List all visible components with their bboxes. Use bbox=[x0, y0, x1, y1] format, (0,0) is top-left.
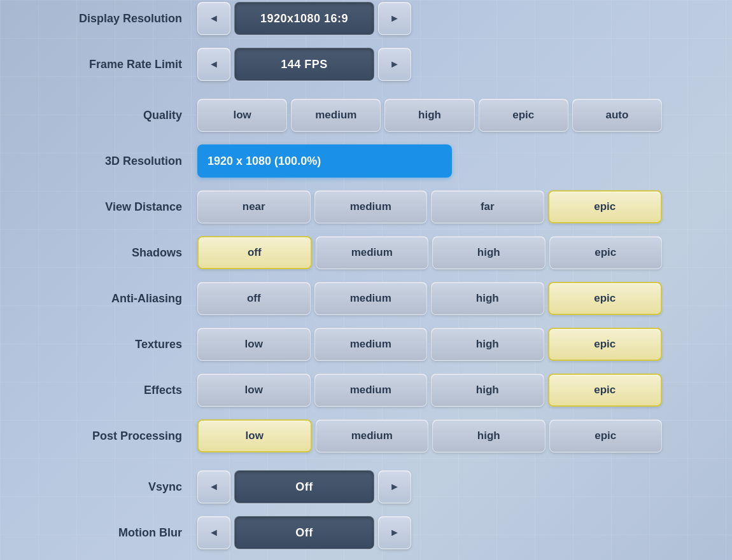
frame-rate-right[interactable]: ► bbox=[378, 48, 411, 81]
view-distance-far[interactable]: far bbox=[431, 190, 544, 223]
vsync-right[interactable]: ► bbox=[378, 470, 411, 503]
view-distance-near[interactable]: near bbox=[197, 190, 311, 223]
post-processing-label: Post Processing bbox=[70, 430, 197, 443]
textures-medium[interactable]: medium bbox=[314, 328, 428, 361]
frame-rate-left[interactable]: ◄ bbox=[197, 48, 230, 81]
frame-rate-label: Frame Rate Limit bbox=[70, 58, 197, 71]
vsync-controls: ◄ Off ► bbox=[197, 470, 662, 503]
display-resolution-controls: ◄ 1920x1080 16:9 ► bbox=[197, 2, 662, 35]
view-distance-row: View Distance near medium far epic bbox=[70, 188, 662, 225]
3d-resolution-controls: 1920 x 1080 (100.0%) bbox=[197, 144, 662, 178]
quality-auto[interactable]: auto bbox=[572, 99, 662, 132]
frame-rate-controls: ◄ 144 FPS ► bbox=[197, 48, 662, 81]
effects-row: Effects low medium high epic bbox=[70, 372, 662, 409]
anti-aliasing-label: Anti-Aliasing bbox=[70, 292, 197, 305]
motion-blur-right[interactable]: ► bbox=[378, 516, 411, 549]
shadows-epic[interactable]: epic bbox=[549, 236, 663, 269]
vsync-label: Vsync bbox=[70, 480, 197, 494]
display-resolution-row: Display Resolution ◄ 1920x1080 16:9 ► bbox=[70, 0, 662, 37]
quality-high[interactable]: high bbox=[384, 99, 474, 132]
motion-blur-label: Motion Blur bbox=[70, 526, 197, 540]
effects-low[interactable]: low bbox=[197, 374, 311, 407]
quality-epic[interactable]: epic bbox=[479, 99, 568, 132]
textures-high[interactable]: high bbox=[431, 328, 544, 361]
shadows-off[interactable]: off bbox=[197, 236, 312, 269]
motion-blur-row: Motion Blur ◄ Off ► bbox=[70, 514, 662, 551]
effects-medium[interactable]: medium bbox=[314, 374, 428, 407]
effects-epic[interactable]: epic bbox=[548, 374, 663, 407]
effects-controls: low medium high epic bbox=[197, 374, 662, 407]
anti-aliasing-medium[interactable]: medium bbox=[314, 282, 428, 315]
frame-rate-value: 144 FPS bbox=[234, 48, 374, 81]
vsync-left[interactable]: ◄ bbox=[197, 470, 230, 503]
post-processing-medium[interactable]: medium bbox=[316, 419, 429, 452]
post-processing-row: Post Processing low medium high epic bbox=[70, 417, 662, 454]
anti-aliasing-off[interactable]: off bbox=[197, 282, 311, 315]
display-resolution-value: 1920x1080 16:9 bbox=[234, 2, 374, 35]
quality-label: Quality bbox=[70, 109, 197, 122]
view-distance-epic[interactable]: epic bbox=[548, 190, 663, 223]
shadows-high[interactable]: high bbox=[432, 236, 545, 269]
display-resolution-left[interactable]: ◄ bbox=[197, 2, 230, 35]
quality-controls: low medium high epic auto bbox=[197, 99, 662, 132]
post-processing-high[interactable]: high bbox=[432, 419, 545, 452]
anti-aliasing-high[interactable]: high bbox=[431, 282, 544, 315]
view-distance-controls: near medium far epic bbox=[197, 190, 662, 223]
3d-resolution-row: 3D Resolution 1920 x 1080 (100.0%) bbox=[70, 143, 662, 179]
settings-panel: Window Mode ◄ Fullscreen ► Display Resol… bbox=[32, 0, 700, 560]
quality-low[interactable]: low bbox=[197, 99, 287, 132]
anti-aliasing-row: Anti-Aliasing off medium high epic bbox=[70, 280, 662, 317]
vsync-row: Vsync ◄ Off ► bbox=[70, 468, 662, 505]
quality-row: Quality low medium high epic auto bbox=[70, 97, 662, 134]
post-processing-low[interactable]: low bbox=[197, 419, 312, 452]
motion-blur-value: Off bbox=[234, 516, 374, 549]
effects-high[interactable]: high bbox=[431, 374, 544, 407]
textures-low[interactable]: low bbox=[197, 328, 311, 361]
shadows-medium[interactable]: medium bbox=[316, 236, 429, 269]
view-distance-label: View Distance bbox=[70, 200, 197, 214]
post-processing-epic[interactable]: epic bbox=[549, 419, 663, 452]
frame-rate-row: Frame Rate Limit ◄ 144 FPS ► bbox=[70, 46, 662, 83]
3d-resolution-bar: 1920 x 1080 (100.0%) bbox=[197, 144, 452, 178]
post-processing-controls: low medium high epic bbox=[197, 419, 662, 452]
anti-aliasing-controls: off medium high epic bbox=[197, 282, 662, 315]
motion-blur-left[interactable]: ◄ bbox=[197, 516, 230, 549]
shadows-row: Shadows off medium high epic bbox=[70, 234, 662, 271]
textures-controls: low medium high epic bbox=[197, 328, 662, 361]
textures-row: Textures low medium high epic bbox=[70, 326, 662, 363]
quality-medium[interactable]: medium bbox=[291, 99, 381, 132]
textures-epic[interactable]: epic bbox=[548, 328, 663, 361]
motion-blur-controls: ◄ Off ► bbox=[197, 516, 662, 549]
display-resolution-right[interactable]: ► bbox=[378, 2, 411, 35]
display-resolution-label: Display Resolution bbox=[70, 12, 197, 25]
vsync-value: Off bbox=[234, 470, 374, 503]
shadows-label: Shadows bbox=[70, 246, 197, 260]
shadows-controls: off medium high epic bbox=[197, 236, 662, 269]
view-distance-medium[interactable]: medium bbox=[314, 190, 428, 223]
anti-aliasing-epic[interactable]: epic bbox=[548, 282, 663, 315]
3d-resolution-label: 3D Resolution bbox=[70, 155, 197, 168]
textures-label: Textures bbox=[70, 338, 197, 351]
effects-label: Effects bbox=[70, 384, 197, 397]
